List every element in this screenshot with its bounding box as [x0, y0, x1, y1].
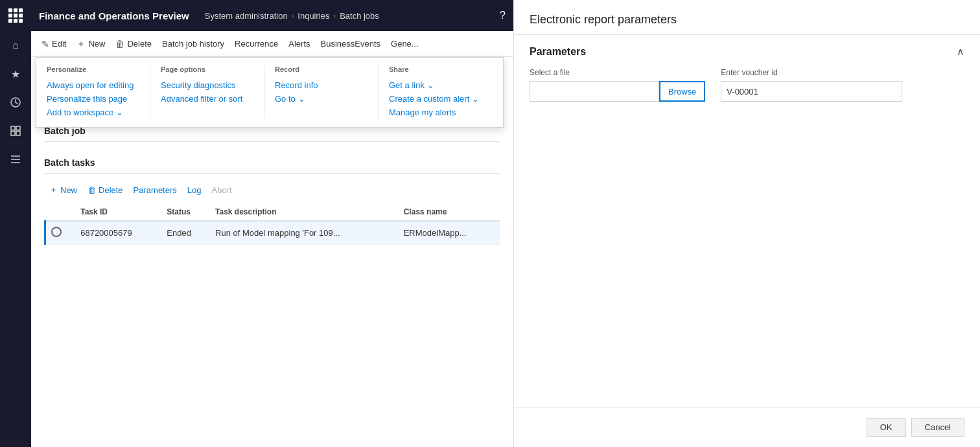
select-file-input-row: Browse [530, 81, 705, 102]
tasks-parameters-button[interactable]: Parameters [128, 183, 182, 198]
sidebar-home-icon[interactable]: ⌂ [0, 31, 31, 60]
delete-icon: 🗑 [115, 39, 124, 49]
get-link-arrow-icon: ⌄ [427, 80, 434, 90]
cell-status: Ended [161, 221, 210, 245]
col-class-name[interactable]: Class name [399, 203, 500, 221]
col-task-description[interactable]: Task description [210, 203, 399, 221]
dropdown-share-section: Share Get a link ⌄ Create a custom alert… [389, 65, 493, 119]
col-task-id[interactable]: Task ID [75, 203, 161, 221]
panel-footer: OK Cancel [514, 407, 980, 447]
select-file-group: Select a file Browse [530, 68, 705, 102]
alerts-button[interactable]: Alerts [283, 36, 315, 51]
browse-button[interactable]: Browse [659, 81, 705, 102]
tasks-new-icon: ＋ [49, 184, 58, 196]
svg-rect-3 [11, 132, 15, 135]
dropdown-record-title: Record [275, 65, 368, 73]
edit-button[interactable]: ✎ Edit [36, 36, 71, 52]
dropdown-manage-alerts[interactable]: Manage my alerts [389, 106, 482, 119]
right-panel: Electronic report parameters Parameters … [513, 0, 980, 447]
dropdown-go-to[interactable]: Go to ⌄ [275, 92, 368, 106]
help-icon[interactable]: ? [500, 10, 506, 21]
tasks-toolbar: ＋ New 🗑 Delete Parameters Log Abort [44, 181, 500, 198]
table-row[interactable]: 68720005679 Ended Run of Model mapping '… [45, 221, 501, 245]
voucher-id-input[interactable] [721, 81, 902, 102]
ok-button[interactable]: OK [867, 418, 906, 437]
panel-section-header: Parameters ∧ [530, 45, 964, 58]
new-icon: ＋ [76, 38, 86, 50]
app-title: Finance and Operations Preview [39, 10, 189, 21]
panel-section-parameters: Parameters ∧ Select a file Browse Enter … [514, 35, 980, 112]
sidebar: ⌂ ★ [0, 0, 31, 447]
svg-rect-1 [11, 126, 15, 130]
form-row: Select a file Browse Enter voucher id [530, 68, 964, 102]
dropdown-add-to-workspace[interactable]: Add to workspace ⌄ [47, 106, 139, 119]
sidebar-modules-icon[interactable] [0, 145, 31, 174]
breadcrumb-item-1[interactable]: System administration [205, 11, 288, 21]
waffle-icon [8, 8, 23, 23]
go-to-arrow-icon: ⌄ [298, 94, 305, 104]
cancel-button[interactable]: Cancel [911, 418, 964, 437]
dropdown-page-options-section: Page options Security diagnostics Advanc… [161, 65, 264, 119]
tasks-delete-button[interactable]: 🗑 Delete [82, 183, 128, 198]
tasks-table: Task ID Status Task description Class na… [44, 203, 500, 245]
dropdown-share-title: Share [389, 65, 482, 73]
cell-task-description: Run of Model mapping 'For 109... [210, 221, 399, 245]
new-button[interactable]: ＋ New [71, 36, 110, 52]
sidebar-favorites-icon[interactable]: ★ [0, 60, 31, 88]
row-radio-button[interactable] [51, 227, 62, 237]
toolbar: ✎ Edit ＋ New 🗑 Delete Batch job history … [31, 31, 513, 57]
breadcrumb-sep-2: › [333, 12, 336, 19]
dropdown-security-diagnostics[interactable]: Security diagnostics [161, 78, 253, 92]
breadcrumb-sep-1: › [292, 12, 294, 19]
cell-task-id: 68720005679 [75, 221, 161, 245]
panel-section-collapse-icon[interactable]: ∧ [957, 45, 964, 58]
batch-job-history-button[interactable]: Batch job history [157, 36, 229, 51]
create-alert-arrow-icon: ⌄ [472, 94, 479, 104]
dropdown-personalize-section: Personalize Always open for editing Pers… [47, 65, 150, 119]
tasks-new-button[interactable]: ＋ New [44, 181, 82, 198]
col-select [45, 203, 76, 221]
cell-class-name: ERModelMapp... [399, 221, 500, 245]
edit-icon: ✎ [41, 39, 49, 49]
voucher-id-group: Enter voucher id [721, 68, 902, 102]
dropdown-personalize-page[interactable]: Personalize this page [47, 92, 139, 106]
svg-rect-4 [16, 132, 20, 135]
select-file-input[interactable] [530, 81, 659, 102]
sidebar-recent-icon[interactable] [0, 88, 31, 117]
select-file-label: Select a file [530, 68, 705, 77]
topnav: Finance and Operations Preview System ad… [31, 0, 513, 31]
voucher-id-label: Enter voucher id [721, 68, 902, 77]
tasks-delete-icon: 🗑 [88, 185, 96, 195]
tasks-log-button[interactable]: Log [182, 183, 207, 198]
row-select-cell[interactable] [45, 221, 76, 245]
dropdown-always-open-editing[interactable]: Always open for editing [47, 78, 139, 92]
dropdown-personalize-title: Personalize [47, 65, 139, 73]
dropdown-record-section: Record Record info Go to ⌄ [275, 65, 379, 119]
waffle-button[interactable] [0, 0, 31, 31]
panel-section-title: Parameters [530, 46, 586, 58]
generate-button[interactable]: Gene... [386, 36, 424, 51]
dropdown-advanced-filter[interactable]: Advanced filter or sort [161, 92, 253, 106]
dropdown-record-info[interactable]: Record info [275, 78, 368, 92]
svg-rect-2 [16, 126, 20, 130]
breadcrumb-item-3[interactable]: Batch jobs [340, 11, 379, 21]
dropdown-page-options-title: Page options [161, 65, 253, 73]
breadcrumb: System administration › Inquiries › Batc… [205, 11, 379, 21]
add-to-workspace-arrow-icon: ⌄ [116, 108, 123, 117]
right-panel-title: Electronic report parameters [530, 13, 964, 27]
main-area: Finance and Operations Preview System ad… [31, 0, 513, 447]
sidebar-workspaces-icon[interactable] [0, 117, 31, 145]
business-events-button[interactable]: BusinessEvents [316, 36, 386, 51]
delete-button[interactable]: 🗑 Delete [110, 36, 157, 52]
batch-tasks-section-header: Batch tasks [44, 152, 500, 174]
tasks-abort-button[interactable]: Abort [207, 183, 237, 198]
dropdown-menu: Personalize Always open for editing Pers… [36, 57, 504, 128]
right-panel-header: Electronic report parameters [514, 0, 980, 35]
col-status[interactable]: Status [161, 203, 210, 221]
dropdown-get-link[interactable]: Get a link ⌄ [389, 78, 482, 92]
recurrence-button[interactable]: Recurrence [229, 36, 283, 51]
breadcrumb-item-2[interactable]: Inquiries [298, 11, 329, 21]
dropdown-create-custom-alert[interactable]: Create a custom alert ⌄ [389, 92, 482, 106]
